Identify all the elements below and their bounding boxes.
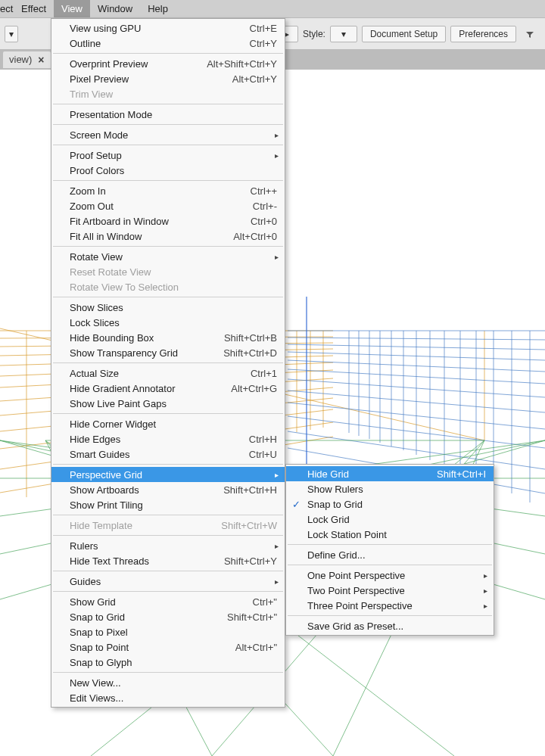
menu-item-label: Show Artboards — [70, 484, 223, 496]
menu-item-label: Overprint Preview — [70, 58, 207, 70]
view-menu-item[interactable]: Show GridCtrl+" — [51, 594, 285, 609]
view-menu-item[interactable]: Hide Text ThreadsShift+Ctrl+Y — [51, 553, 285, 568]
menu-item-shortcut: Ctrl+- — [253, 201, 277, 212]
menu-item-shortcut: Ctrl+U — [249, 449, 277, 460]
perspective-submenu-item[interactable]: One Point Perspective — [286, 568, 494, 583]
view-menu-item[interactable]: Snap to GridShift+Ctrl+" — [51, 609, 285, 624]
menu-item-shortcut: Shift+Ctrl+W — [221, 520, 277, 531]
menu-separator — [53, 180, 283, 181]
menubar-item-effect[interactable]: Effect — [14, 0, 54, 17]
menu-item-shortcut: Alt+Shift+Ctrl+Y — [207, 58, 277, 70]
view-menu-item[interactable]: Proof Colors — [51, 163, 285, 178]
perspective-submenu-item[interactable]: Hide GridShift+Ctrl+I — [286, 466, 494, 481]
menubar-item-view[interactable]: View — [54, 0, 90, 17]
menu-item-label: Rotate View To Selection — [70, 282, 277, 293]
tab-title: view) — [9, 51, 32, 68]
view-menu-dropdown[interactable]: View using GPUCtrl+EOutlineCtrl+YOverpri… — [51, 18, 285, 708]
view-menu-item[interactable]: Screen Mode — [51, 127, 285, 142]
view-menu-item[interactable]: Actual SizeCtrl+1 — [51, 366, 285, 381]
menu-separator — [288, 565, 492, 565]
document-setup-button[interactable]: Document Setup — [362, 26, 446, 42]
perspective-submenu-item[interactable]: Show Rulers — [286, 481, 494, 496]
view-menu-item[interactable]: Smart GuidesCtrl+U — [51, 446, 285, 462]
menu-item-label: Fit Artboard in Window — [70, 216, 251, 227]
toolbar-style-dropdown[interactable]: ▾ — [330, 26, 357, 42]
menu-item-label: Edit Views... — [70, 692, 277, 704]
menu-separator — [53, 535, 283, 536]
menu-item-label: Lock Station Point — [307, 529, 486, 540]
menu-separator — [53, 571, 283, 571]
menubar-item-ect[interactable]: ect — [0, 0, 14, 17]
menu-item-shortcut: Shift+Ctrl+" — [227, 611, 277, 623]
perspective-submenu-item[interactable]: ✓Snap to Grid — [286, 496, 494, 512]
perspective-submenu-item[interactable]: Save Grid as Preset... — [286, 618, 494, 633]
perspective-submenu-item[interactable]: Lock Grid — [286, 512, 494, 527]
menu-item-label: Hide Grid — [307, 468, 437, 480]
menu-item-label: New View... — [70, 677, 277, 689]
menu-item-label: Snap to Glyph — [70, 657, 277, 668]
menu-item-label: Lock Slices — [70, 317, 277, 328]
view-menu-item[interactable]: Zoom OutCtrl+- — [51, 198, 285, 213]
view-menu-item[interactable]: Show Transparency GridShift+Ctrl+D — [51, 345, 285, 360]
menu-item-label: Show Transparency Grid — [70, 347, 223, 359]
view-menu-item[interactable]: Fit Artboard in WindowCtrl+0 — [51, 213, 285, 229]
menu-item-label: Guides — [70, 576, 277, 587]
menu-item-label: Proof Setup — [70, 150, 277, 161]
menu-item-shortcut: Shift+Ctrl+I — [437, 468, 486, 480]
perspective-submenu-item[interactable]: Three Point Perspective — [286, 598, 494, 613]
view-menu-item[interactable]: OutlineCtrl+Y — [51, 36, 285, 51]
perspective-submenu-item[interactable]: Lock Station Point — [286, 527, 494, 542]
menu-item-label: Rotate View — [70, 251, 277, 263]
menu-separator — [53, 104, 283, 104]
menu-item-shortcut: Ctrl+H — [249, 434, 277, 445]
view-menu-item[interactable]: Show Live Paint Gaps — [51, 396, 285, 411]
view-menu-item[interactable]: Rotate View — [51, 249, 285, 264]
menu-separator — [288, 544, 492, 545]
preferences-button[interactable]: Preferences — [450, 26, 516, 42]
view-menu-item[interactable]: Snap to PointAlt+Ctrl+" — [51, 639, 285, 655]
toolbar-dropdown[interactable]: ▾ — [5, 26, 18, 42]
view-menu-item[interactable]: Presentation Mode — [51, 107, 285, 122]
view-menu-item[interactable]: Hide Gradient AnnotatorAlt+Ctrl+G — [51, 381, 285, 396]
view-menu-item[interactable]: Rulers — [51, 538, 285, 553]
menu-item-label: Reset Rotate View — [70, 266, 277, 278]
view-menu-item[interactable]: Zoom InCtrl++ — [51, 183, 285, 198]
perspective-grid-submenu[interactable]: Hide GridShift+Ctrl+IShow Rulers✓Snap to… — [285, 464, 494, 636]
close-icon[interactable]: × — [38, 51, 44, 68]
menubar-item-help[interactable]: Help — [140, 0, 176, 17]
menu-separator — [53, 464, 283, 465]
view-menu-item[interactable]: Overprint PreviewAlt+Shift+Ctrl+Y — [51, 56, 285, 71]
menu-item-label: Hide Template — [70, 520, 221, 531]
view-menu-item[interactable]: Snap to Pixel — [51, 624, 285, 639]
view-menu-item[interactable]: Hide EdgesCtrl+H — [51, 431, 285, 446]
view-menu-item[interactable]: Snap to Glyph — [51, 655, 285, 670]
view-menu-item[interactable]: Pixel PreviewAlt+Ctrl+Y — [51, 71, 285, 86]
view-menu-item[interactable]: Show Print Tiling — [51, 497, 285, 512]
view-menu-item[interactable]: Edit Views... — [51, 690, 285, 705]
menu-separator — [53, 672, 283, 673]
view-menu-item[interactable]: Show Slices — [51, 300, 285, 315]
view-menu-item[interactable]: Hide Bounding BoxShift+Ctrl+B — [51, 330, 285, 345]
view-menu-item[interactable]: Proof Setup — [51, 148, 285, 163]
menu-item-label: Perspective Grid — [70, 469, 277, 481]
menu-item-label: Outline — [70, 38, 250, 49]
view-menu-item[interactable]: Guides — [51, 574, 285, 589]
view-menu-item[interactable]: Lock Slices — [51, 315, 285, 330]
document-tab[interactable]: view) × — [3, 51, 51, 68]
menubar[interactable]: ect Effect View Window Help — [0, 0, 545, 18]
view-menu-item[interactable]: Hide Corner Widget — [51, 416, 285, 431]
menu-item-label: Hide Bounding Box — [70, 332, 224, 344]
menu-item-label: Fit All in Window — [70, 231, 233, 242]
view-menu-item[interactable]: View using GPUCtrl+E — [51, 20, 285, 36]
perspective-submenu-item[interactable]: Define Grid... — [286, 547, 494, 562]
view-menu-item[interactable]: Fit All in WindowAlt+Ctrl+0 — [51, 229, 285, 244]
menu-item-label: Show Live Paint Gaps — [70, 398, 277, 409]
view-menu-item[interactable]: Show ArtboardsShift+Ctrl+H — [51, 482, 285, 497]
view-menu-item[interactable]: New View... — [51, 675, 285, 690]
menubar-item-window[interactable]: Window — [90, 0, 140, 17]
view-menu-item[interactable]: Perspective Grid — [51, 467, 285, 482]
check-icon: ✓ — [292, 499, 301, 510]
pin-icon[interactable] — [521, 27, 540, 41]
menu-item-shortcut: Alt+Ctrl+G — [231, 383, 277, 394]
perspective-submenu-item[interactable]: Two Point Perspective — [286, 583, 494, 598]
